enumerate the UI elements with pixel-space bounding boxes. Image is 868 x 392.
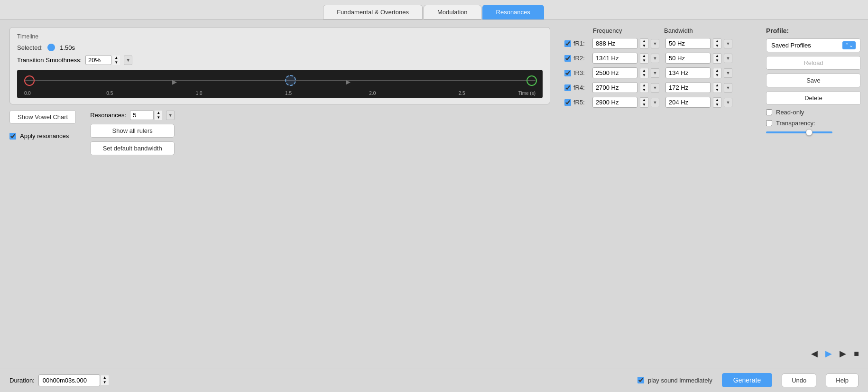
play-button[interactable]: ▶ — [838, 346, 848, 361]
resonances-down-btn[interactable]: ▼ — [155, 115, 162, 120]
timeline-label: Timeline — [17, 33, 543, 40]
fr2-bw-up[interactable]: ▲ — [713, 54, 721, 58]
reload-button[interactable]: Reload — [766, 56, 861, 70]
fr4-bw-down[interactable]: ▼ — [713, 88, 721, 93]
fr5-freq-stepper: ▲ ▼ — [640, 97, 648, 108]
smoothness-down-btn[interactable]: ▼ — [112, 60, 120, 65]
duration-up-btn[interactable]: ▲ — [101, 375, 109, 380]
fr5-bw-input[interactable] — [665, 97, 711, 108]
fr3-bw-dropdown[interactable]: ▼ — [724, 68, 732, 78]
forward-button[interactable]: ▶ — [823, 346, 834, 361]
fr2-freq-down[interactable]: ▼ — [640, 58, 648, 63]
duration-down-btn[interactable]: ▼ — [101, 380, 109, 385]
selected-value: 1.50s — [60, 44, 75, 51]
spacer — [766, 137, 861, 343]
fr5-freq-dropdown[interactable]: ▼ — [651, 98, 659, 107]
duration-row: Duration: ▲ ▼ — [9, 374, 109, 386]
left-controls: Show Vowel Chart Apply resonances — [9, 110, 76, 140]
selected-row: Selected: 1.50s — [17, 44, 543, 51]
apply-resonances-checkbox[interactable] — [9, 133, 16, 140]
timeline-track[interactable]: ▶ ▶ 0.0 0.5 1.0 1.5 2.0 2.5 Time (s) — [17, 70, 543, 98]
smoothness-dropdown-btn[interactable]: ▼ — [124, 56, 132, 65]
fr3-bw-stepper: ▲ ▼ — [713, 68, 721, 78]
fr1-bw-down[interactable]: ▼ — [713, 44, 721, 48]
saved-profiles-select[interactable]: Saved Profiles ⌃⌄ — [766, 38, 861, 52]
fr4-bw-stepper: ▲ ▼ — [713, 83, 721, 93]
fr1-freq-input[interactable] — [592, 38, 637, 49]
marker-red[interactable] — [24, 75, 35, 86]
fr1-freq-up[interactable]: ▲ — [640, 39, 648, 44]
transparency-slider-track[interactable] — [766, 131, 832, 133]
play-immediate-checkbox[interactable] — [637, 377, 644, 383]
tab-fundamental[interactable]: Fundamental & Overtones — [323, 5, 423, 19]
fr5-bw-up[interactable]: ▲ — [713, 98, 721, 103]
fr5-bw-stepper: ▲ ▼ — [713, 97, 721, 108]
fr5-freq-down[interactable]: ▼ — [640, 103, 648, 107]
fr2-freq-input[interactable] — [592, 53, 637, 64]
resonances-dropdown-btn[interactable]: ▼ — [166, 111, 175, 120]
fr2-bw-down[interactable]: ▼ — [713, 58, 721, 63]
fr4-bw-dropdown[interactable]: ▼ — [724, 83, 732, 93]
fr2-freq-up[interactable]: ▲ — [640, 54, 648, 58]
tab-modulation[interactable]: Modulation — [424, 5, 481, 19]
fr3-freq-up[interactable]: ▲ — [640, 68, 648, 73]
fr5-freq-input[interactable] — [592, 97, 637, 108]
transparency-checkbox[interactable] — [766, 120, 772, 126]
fr4-checkbox[interactable] — [564, 84, 571, 91]
fr2-bw-input[interactable] — [665, 53, 711, 64]
fr5-bw-down[interactable]: ▼ — [713, 103, 721, 107]
fr4-freq-up[interactable]: ▲ — [640, 83, 648, 88]
transparency-slider-thumb[interactable] — [806, 129, 813, 136]
set-default-bandwidth-button[interactable]: Set default bandwidth — [90, 141, 175, 155]
fr1-bw-up[interactable]: ▲ — [713, 39, 721, 44]
tab-bar: Fundamental & Overtones Modulation Reson… — [0, 0, 868, 20]
fr3-bw-input[interactable] — [665, 67, 711, 78]
fr5-bw-dropdown[interactable]: ▼ — [724, 98, 732, 107]
undo-button[interactable]: Undo — [782, 373, 816, 387]
resonances-input[interactable] — [130, 110, 154, 120]
fr1-bw-input[interactable] — [665, 38, 711, 49]
fr4-freq-dropdown[interactable]: ▼ — [651, 83, 659, 93]
smoothness-input[interactable] — [85, 55, 111, 65]
fr4-bw-input[interactable] — [665, 82, 711, 93]
fr1-freq-down[interactable]: ▼ — [640, 44, 648, 48]
fr3-bw-down[interactable]: ▼ — [713, 73, 721, 78]
show-all-rulers-button[interactable]: Show all rulers — [90, 124, 175, 138]
fr4-freq-input[interactable] — [592, 82, 637, 93]
fr5-checkbox[interactable] — [564, 99, 571, 106]
arrow-mid1-icon: ▶ — [172, 78, 177, 85]
duration-input[interactable] — [38, 374, 100, 386]
tab-resonances[interactable]: Resonances — [482, 5, 544, 19]
show-vowel-chart-button[interactable]: Show Vowel Chart — [9, 110, 76, 124]
bw-header: Bandwidth — [664, 27, 740, 34]
save-button[interactable]: Save — [766, 74, 861, 87]
fr4-freq-stepper: ▲ ▼ — [640, 83, 648, 93]
fr3-bw-up[interactable]: ▲ — [713, 68, 721, 73]
delete-button[interactable]: Delete — [766, 91, 861, 105]
fr3-freq-down[interactable]: ▼ — [640, 73, 648, 78]
fr5-freq-up[interactable]: ▲ — [640, 98, 648, 103]
saved-profiles-label: Saved Profiles — [771, 42, 811, 49]
fr2-bw-dropdown[interactable]: ▼ — [724, 54, 732, 63]
generate-button[interactable]: Generate — [722, 373, 772, 387]
fr3-checkbox[interactable] — [564, 70, 571, 76]
fr1-checkbox[interactable] — [564, 40, 571, 47]
fr2-bw-stepper: ▲ ▼ — [713, 53, 721, 64]
fr2-freq-dropdown[interactable]: ▼ — [651, 54, 659, 63]
fr1-freq-stepper: ▲ ▼ — [640, 38, 648, 49]
resonances-up-btn[interactable]: ▲ — [155, 111, 162, 115]
fr2-checkbox[interactable] — [564, 55, 571, 62]
back-button[interactable]: ◀ — [809, 346, 820, 361]
smoothness-up-btn[interactable]: ▲ — [112, 56, 120, 60]
fr3-freq-dropdown[interactable]: ▼ — [651, 68, 659, 78]
stop-button[interactable]: ■ — [852, 346, 861, 361]
fr4-bw-up[interactable]: ▲ — [713, 83, 721, 88]
fr1-bw-dropdown[interactable]: ▼ — [724, 39, 732, 48]
fr3-freq-input[interactable] — [592, 67, 637, 78]
help-button[interactable]: Help — [826, 373, 859, 387]
marker-blue[interactable] — [285, 75, 296, 86]
fr1-freq-dropdown[interactable]: ▼ — [651, 39, 659, 48]
read-only-checkbox[interactable] — [766, 109, 772, 115]
marker-green[interactable] — [526, 75, 537, 86]
fr4-freq-down[interactable]: ▼ — [640, 88, 648, 93]
